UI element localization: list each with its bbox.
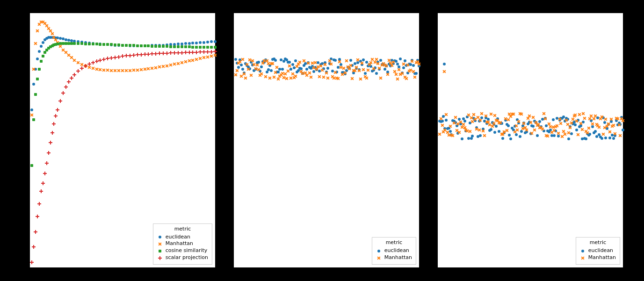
data-point [40,45,43,48]
data-point [140,44,143,47]
data-point [180,61,184,65]
data-point [386,72,390,76]
data-point [121,44,124,47]
legend-title: metric [580,239,616,246]
data-point [150,52,154,56]
data-point [235,69,239,72]
data-point [91,66,95,70]
data-point [585,137,587,140]
data-point [563,132,567,136]
data-point [281,68,284,71]
data-point [195,58,198,61]
data-point [449,124,452,128]
data-point [322,75,326,79]
plot-area-right [438,13,623,267]
data-point [121,69,124,72]
data-point [553,134,556,137]
legend-middle: metric euclidean Manhattan [372,237,416,265]
data-point [206,41,209,43]
data-point [604,117,608,121]
data-point [214,46,217,49]
data-point [384,64,388,68]
data-point [169,45,172,48]
data-point [184,45,187,48]
data-point [34,93,37,96]
data-point [360,61,364,65]
data-point [533,128,536,132]
data-point [357,69,361,72]
data-point [188,45,191,48]
data-point [191,42,194,44]
data-point [581,112,585,115]
data-point [552,129,556,132]
data-point [181,43,183,45]
data-point [268,76,272,80]
data-point [559,122,563,125]
data-point [242,72,246,76]
data-point [298,60,302,64]
data-point [45,161,49,165]
data-point [173,62,176,66]
data-point [505,129,509,132]
legend-label: euclidean [166,234,190,241]
data-point [608,130,612,134]
data-point [139,53,143,57]
data-point [372,67,376,71]
data-point [136,68,139,72]
data-point [214,40,217,43]
legend-item-manhattan: Manhattan [580,254,616,261]
data-point [288,64,291,68]
data-point [184,60,188,64]
x-icon [158,242,162,246]
data-point [483,134,486,137]
data-point [109,56,113,60]
data-point [564,118,568,122]
data-point [306,61,310,65]
data-point [520,112,523,116]
data-point [117,43,120,46]
data-point [177,45,180,48]
data-point [294,74,297,78]
legend-item-manhattan: Manhattan [376,254,412,261]
data-point [180,51,184,55]
legend-item-manhattan: Manhattan [157,240,208,247]
data-point [257,68,260,72]
data-point [76,69,80,73]
data-point [41,181,45,185]
data-point [162,45,165,48]
data-point [210,46,213,49]
data-point [249,73,253,77]
data-point [154,45,157,48]
data-point [158,45,161,48]
data-point [40,60,43,63]
circle-icon [159,236,161,238]
data-point [593,114,597,118]
legend-label: euclidean [384,247,409,254]
legend-label: Manhattan [588,254,616,261]
data-point [199,41,202,44]
data-point [313,61,317,65]
data-point [132,44,135,47]
data-point [36,78,39,80]
data-point [480,112,484,115]
data-point [121,54,124,58]
data-point [441,123,444,127]
data-point [604,137,607,139]
data-point [72,73,76,77]
data-point [457,130,461,134]
data-point [274,71,277,74]
data-point [202,50,206,54]
data-point [334,59,337,62]
data-point [132,53,136,57]
data-point [612,123,615,127]
data-point [481,129,485,133]
data-point [198,57,202,60]
data-point [64,85,68,89]
data-point [202,56,206,59]
data-point [512,112,515,116]
data-point [30,108,33,111]
data-point [478,128,481,132]
data-point [255,63,259,67]
data-point [210,50,213,54]
data-point [102,58,106,61]
